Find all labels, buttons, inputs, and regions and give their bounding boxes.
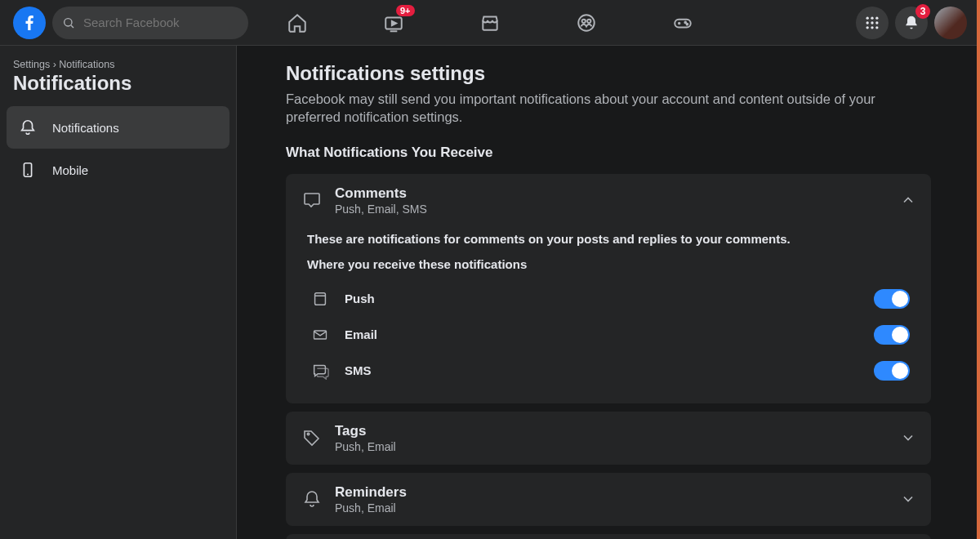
- mobile-icon: [13, 155, 42, 185]
- page-subtitle: Facebook may still send you important no…: [286, 90, 890, 127]
- svg-point-0: [65, 18, 72, 25]
- toggle-sms[interactable]: [874, 361, 910, 381]
- svg-rect-24: [315, 292, 326, 305]
- main-content: Notifications settings Facebook may stil…: [237, 46, 980, 539]
- gaming-icon: [672, 12, 693, 33]
- sms-icon: [307, 361, 333, 381]
- nav-gaming[interactable]: [638, 3, 728, 42]
- menu-grid-icon: [864, 15, 880, 31]
- svg-point-6: [582, 19, 586, 22]
- facebook-logo[interactable]: [13, 7, 46, 39]
- card-title: Reminders: [335, 484, 889, 501]
- row-label: Email: [345, 327, 862, 341]
- row-label: SMS: [345, 363, 862, 377]
- reminder-bell-icon: [301, 488, 323, 510]
- svg-point-16: [866, 21, 869, 24]
- nav-groups[interactable]: [541, 3, 631, 42]
- card-sub: Push, Email, SMS: [335, 203, 889, 216]
- chevron-up-icon: [900, 192, 916, 208]
- card-tags: Tags Push, Email: [286, 412, 931, 465]
- card-sub: Push, Email: [335, 440, 889, 453]
- watch-badge: 9+: [396, 5, 415, 16]
- card-reminders: Reminders Push, Email: [286, 473, 931, 526]
- email-icon: [307, 325, 333, 345]
- svg-point-21: [875, 26, 878, 29]
- nav-watch[interactable]: 9+: [349, 3, 439, 42]
- svg-point-18: [875, 21, 878, 24]
- svg-point-11: [684, 21, 686, 23]
- row-sms: SMS: [307, 353, 910, 389]
- avatar[interactable]: [934, 7, 967, 39]
- svg-point-19: [866, 26, 869, 29]
- card-tags-header[interactable]: Tags Push, Email: [286, 412, 931, 465]
- svg-point-5: [578, 15, 595, 31]
- facebook-icon: [20, 13, 39, 33]
- card-title: Tags: [335, 423, 889, 439]
- card-comments-header[interactable]: Comments Push, Email, SMS: [286, 174, 931, 227]
- card-reminders-header[interactable]: Reminders Push, Email: [286, 473, 931, 526]
- chevron-down-icon: [900, 430, 916, 446]
- svg-marker-3: [392, 20, 396, 24]
- nav-marketplace[interactable]: [445, 3, 535, 42]
- card-sub: Push, Email: [335, 501, 889, 514]
- tag-icon: [301, 426, 323, 449]
- card-title: Comments: [335, 185, 889, 202]
- search-input-wrapper[interactable]: [52, 7, 248, 39]
- svg-rect-26: [314, 331, 327, 339]
- search-input[interactable]: [82, 15, 238, 30]
- card-comments-body: These are notifications for comments on …: [286, 232, 931, 403]
- row-email: Email: [307, 317, 910, 353]
- svg-point-14: [871, 16, 873, 19]
- svg-point-13: [866, 16, 869, 19]
- sidebar-item-notifications[interactable]: Notifications: [7, 106, 229, 149]
- section-heading: What Notifications You Receive: [286, 145, 931, 161]
- card-more-activity: More Activity About You Push, SMS: [286, 534, 931, 539]
- topbar-center-nav: 9+: [252, 3, 728, 42]
- card-comments: Comments Push, Email, SMS These are noti…: [286, 174, 931, 403]
- page-title: Notifications settings: [286, 62, 931, 85]
- svg-point-7: [587, 19, 590, 22]
- groups-icon: [576, 12, 597, 33]
- where-heading: Where you receive these notifications: [307, 257, 910, 271]
- sidebar-item-mobile[interactable]: Mobile: [7, 149, 229, 191]
- menu-button[interactable]: [856, 7, 889, 39]
- chevron-down-icon: [900, 491, 916, 507]
- topbar: 9+ 3: [0, 0, 980, 46]
- push-icon: [307, 289, 333, 309]
- svg-point-15: [875, 16, 878, 19]
- svg-point-20: [871, 26, 873, 29]
- svg-point-12: [687, 23, 688, 24]
- svg-point-17: [871, 21, 873, 24]
- card-description: These are notifications for comments on …: [307, 232, 910, 246]
- row-label: Push: [345, 292, 862, 305]
- sidebar-item-label: Mobile: [52, 163, 88, 177]
- topbar-left: [13, 7, 248, 39]
- comment-icon: [301, 189, 323, 212]
- marketplace-icon: [479, 12, 501, 33]
- toggle-email[interactable]: [874, 325, 910, 345]
- sidebar-item-label: Notifications: [52, 121, 119, 135]
- card-more-activity-header[interactable]: More Activity About You Push, SMS: [286, 534, 931, 539]
- search-icon: [62, 16, 75, 29]
- svg-line-1: [71, 25, 74, 28]
- toggle-push[interactable]: [874, 289, 910, 309]
- breadcrumb-settings-link[interactable]: Settings: [13, 59, 50, 70]
- bell-icon: [13, 113, 42, 142]
- row-push: Push: [307, 281, 910, 317]
- topbar-right: 3: [856, 7, 967, 39]
- nav-home[interactable]: [252, 3, 342, 42]
- breadcrumb-current: Notifications: [59, 59, 114, 70]
- home-icon: [287, 12, 308, 33]
- svg-point-27: [307, 433, 309, 434]
- notifications-button[interactable]: 3: [895, 7, 928, 39]
- breadcrumb: Settings › Notifications: [7, 59, 229, 72]
- sidebar: Settings › Notifications Notifications N…: [0, 46, 237, 539]
- notifications-badge: 3: [915, 4, 930, 19]
- sidebar-title: Notifications: [7, 72, 229, 106]
